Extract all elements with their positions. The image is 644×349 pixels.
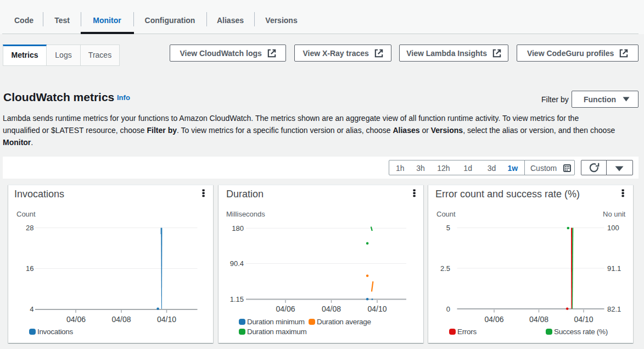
svg-text:04/06: 04/06	[66, 315, 86, 324]
svg-text:1.15: 1.15	[230, 295, 244, 303]
svg-text:100: 100	[607, 224, 619, 232]
svg-text:4: 4	[30, 305, 33, 313]
svg-text:90.4: 90.4	[230, 259, 244, 268]
svg-text:04/06: 04/06	[276, 304, 295, 313]
svg-text:16: 16	[26, 264, 33, 273]
svg-text:0: 0	[446, 305, 450, 313]
svg-text:04/10: 04/10	[574, 315, 593, 324]
svg-text:180: 180	[232, 224, 244, 232]
svg-text:5: 5	[446, 224, 450, 232]
svg-text:04/08: 04/08	[322, 304, 341, 313]
svg-text:04/06: 04/06	[484, 315, 503, 324]
svg-text:04/08: 04/08	[529, 315, 548, 324]
svg-text:91.1: 91.1	[607, 264, 621, 273]
svg-text:04/10: 04/10	[367, 304, 387, 313]
svg-text:04/10: 04/10	[157, 315, 176, 324]
svg-text:04/08: 04/08	[111, 315, 131, 324]
svg-text:82.1: 82.1	[607, 305, 621, 313]
svg-text:28: 28	[26, 224, 33, 232]
svg-text:2.5: 2.5	[440, 264, 450, 273]
